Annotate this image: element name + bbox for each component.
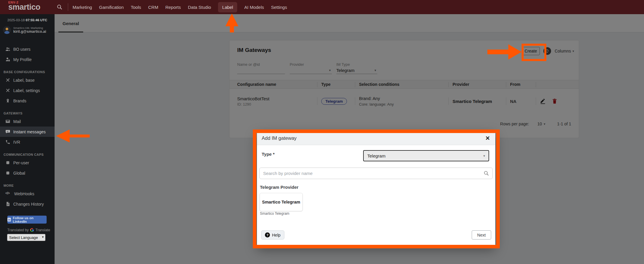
provider-card-caption: Smartico Telegram — [260, 211, 289, 216]
sidebar-item-label: Label, settings — [13, 88, 40, 93]
sidebar-item-label: BO users — [13, 47, 30, 52]
sidebar-item-ivr[interactable]: IVR — [0, 137, 55, 147]
phone-icon — [5, 140, 10, 145]
provider-search-input[interactable] — [259, 168, 493, 179]
person-lock-icon — [5, 57, 10, 62]
add-im-gateway-modal: Add IM gateway ✕ Type * Telegram ▾ Teleg… — [257, 132, 495, 246]
user-role: Smartico AM, Marketing — [13, 26, 46, 29]
sidebar-section-communication-caps: COMMUNICATION CAPS — [0, 151, 55, 158]
topbar-divider — [68, 3, 68, 11]
sidebar-item-label: Label, base — [13, 78, 35, 83]
user-profile[interactable]: Smartico AM, Marketing kiril.g@smartico.… — [3, 26, 55, 34]
sidebar-item-label: Changes History — [13, 202, 44, 206]
language-select[interactable]: Select Language — [7, 234, 45, 241]
sidebar-item-my-profile[interactable]: My Profile — [0, 54, 55, 65]
sidebar-item-instant-messages[interactable]: Instant messages — [0, 127, 55, 137]
sidebar-item-per-user[interactable]: Per-user — [0, 158, 55, 168]
cap-icon — [5, 170, 10, 176]
badge-icon — [5, 98, 10, 103]
type-select[interactable]: Telegram ▾ — [363, 150, 489, 161]
code-icon: </> — [5, 191, 11, 196]
caret-down-icon: ▾ — [483, 154, 485, 158]
instant-messages-icon — [5, 129, 10, 134]
google-translate-credit: Translated by Translate — [7, 228, 55, 232]
provider-card-smartico-telegram[interactable]: Smartico Telegram — [260, 193, 303, 211]
nav-item-settings[interactable]: Settings — [271, 2, 287, 12]
top-navigation: Marketing Gamification Tools CRM Reports… — [73, 0, 287, 14]
sidebar-item-global[interactable]: Global — [0, 168, 55, 178]
cap-icon — [5, 160, 10, 165]
smartico-logo[interactable]: ENV-2 smartico — [8, 1, 40, 10]
type-field-label: Type * — [262, 152, 275, 157]
provider-section-label: Telegram Provider — [260, 185, 299, 190]
search-icon — [484, 170, 489, 176]
nav-item-crm[interactable]: CRM — [148, 2, 158, 12]
linkedin-label: Follow us on LinkedIn — [13, 216, 47, 223]
topbar: ENV-2 smartico Marketing Gamification To… — [0, 0, 644, 14]
nav-item-tools[interactable]: Tools — [131, 2, 141, 12]
nav-item-ai-models[interactable]: AI Models — [244, 2, 264, 12]
linkedin-icon: in — [7, 218, 11, 222]
help-icon: ? — [265, 232, 270, 237]
sidebar-item-label-base[interactable]: Label, base — [0, 75, 55, 85]
google-g-icon — [30, 228, 34, 232]
help-button[interactable]: ? Help — [261, 230, 284, 240]
people-icon — [5, 47, 10, 52]
sidebar-section-gateways: GATEWAYS — [0, 110, 55, 116]
sidebar-section-base-configurations: BASE CONFIGURATIONS — [0, 69, 55, 75]
sidebar-item-mail[interactable]: Mail — [0, 116, 55, 127]
nav-item-reports[interactable]: Reports — [165, 2, 181, 12]
nav-item-label[interactable]: Label — [218, 2, 237, 12]
user-email: kiril.g@smartico.ai — [13, 29, 46, 34]
avatar — [3, 26, 11, 34]
sidebar-item-label: Brands — [13, 99, 26, 103]
history-doc-icon — [5, 201, 10, 206]
nav-item-gamification[interactable]: Gamification — [99, 2, 124, 12]
nav-item-data-studio[interactable]: Data Studio — [188, 2, 211, 12]
sidebar-item-changes-history[interactable]: Changes History — [0, 199, 55, 209]
sidebar-item-label: IVR — [13, 140, 20, 145]
sidebar-item-brands[interactable]: Brands — [0, 96, 55, 106]
search-icon[interactable] — [57, 4, 63, 10]
sidebar-nav: BO users My Profile BASE CONFIGURATIONS … — [0, 44, 55, 209]
sidebar: 2025-03-18 07:55:46 UTC Smartico AM, Mar… — [0, 14, 55, 264]
sidebar-item-label: WebHooks — [14, 191, 34, 196]
sidebar-item-label: My Profile — [13, 57, 32, 62]
sidebar-item-label: Per-user — [13, 160, 29, 165]
server-datetime: 2025-03-18 07:55:46 UTC — [0, 18, 55, 22]
sidebar-item-bo-users[interactable]: BO users — [0, 44, 55, 54]
sidebar-section-more: MORE — [0, 182, 55, 188]
tools-icon — [5, 88, 10, 93]
tools-icon — [5, 78, 10, 83]
sidebar-item-label-settings[interactable]: Label, settings — [0, 85, 55, 96]
modal-title: Add IM gateway — [262, 135, 296, 141]
sidebar-item-label: Instant messages — [13, 129, 46, 134]
sidebar-item-label: Global — [13, 171, 25, 176]
nav-item-marketing[interactable]: Marketing — [73, 2, 92, 12]
sidebar-item-label: Mail — [13, 119, 21, 124]
next-button[interactable]: Next — [472, 230, 491, 240]
logo-text: smartico — [8, 4, 40, 10]
close-icon[interactable]: ✕ — [485, 135, 490, 141]
mail-icon — [5, 119, 10, 124]
linkedin-button[interactable]: in Follow us on LinkedIn — [7, 216, 47, 224]
sidebar-item-webhooks[interactable]: </> WebHooks — [0, 188, 55, 199]
